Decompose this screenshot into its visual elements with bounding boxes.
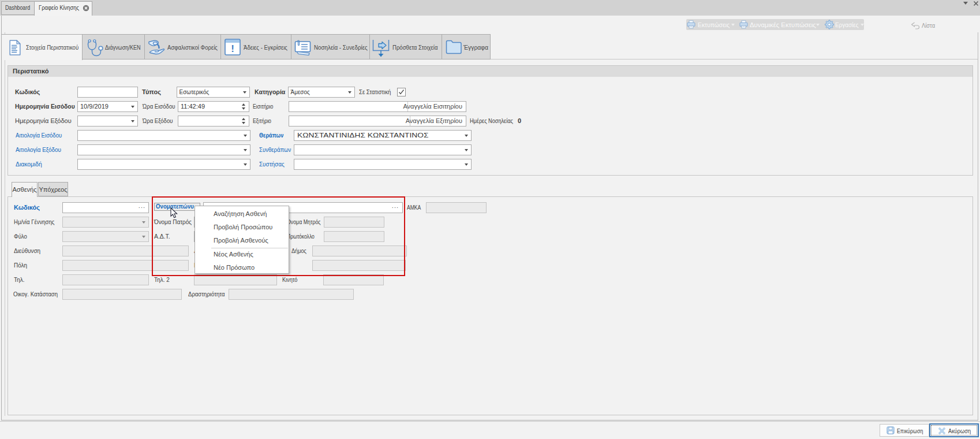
svg-text:!: ! — [231, 43, 234, 54]
